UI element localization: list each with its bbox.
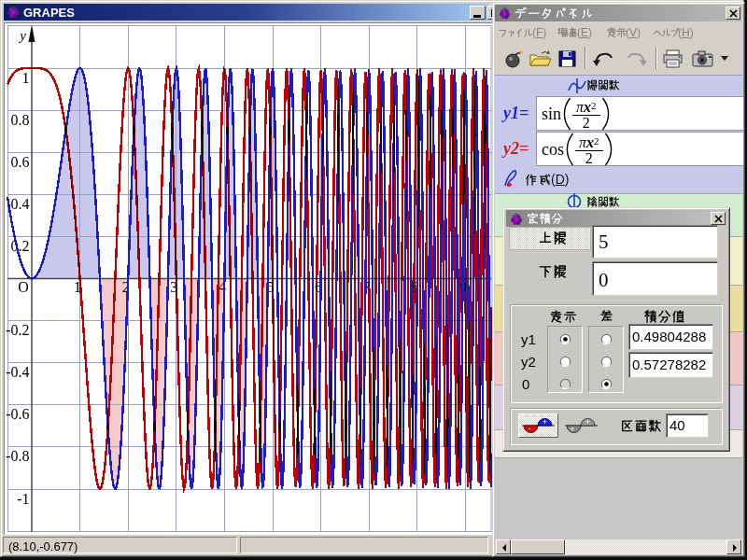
svg-text:y: y	[18, 28, 26, 43]
svg-text:1: 1	[22, 70, 30, 86]
svg-text:+: +	[543, 418, 547, 427]
svg-text:-: -	[529, 424, 531, 433]
svg-text:-0.2: -0.2	[6, 322, 29, 338]
svg-text:-0.4: -0.4	[6, 364, 29, 380]
svg-text:+: +	[585, 418, 590, 427]
svg-text:0.2: 0.2	[11, 238, 30, 254]
svg-text:-0.6: -0.6	[6, 406, 29, 422]
svg-text:-1: -1	[17, 491, 29, 507]
svg-text:+: +	[570, 425, 574, 434]
svg-text:0.8: 0.8	[11, 112, 30, 128]
svg-text:0.6: 0.6	[11, 154, 30, 170]
svg-text:O: O	[18, 279, 29, 295]
svg-text:0.4: 0.4	[11, 196, 30, 212]
svg-text:-0.8: -0.8	[6, 448, 29, 464]
